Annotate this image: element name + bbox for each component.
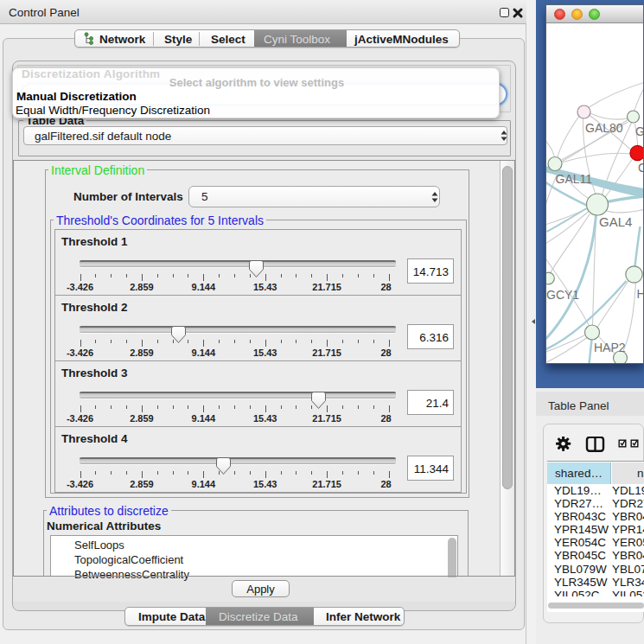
svg-text:HA: HA [637, 287, 644, 301]
svg-text:GCY1: GCY1 [546, 288, 579, 302]
svg-text:CD: CD [638, 161, 643, 175]
svg-text:GAL80: GAL80 [585, 121, 623, 135]
svg-text:GAL11: GAL11 [556, 172, 593, 186]
svg-text:GA: GA [635, 124, 643, 138]
svg-text:GAL4: GAL4 [599, 214, 632, 229]
svg-text:HAP2: HAP2 [594, 341, 626, 354]
